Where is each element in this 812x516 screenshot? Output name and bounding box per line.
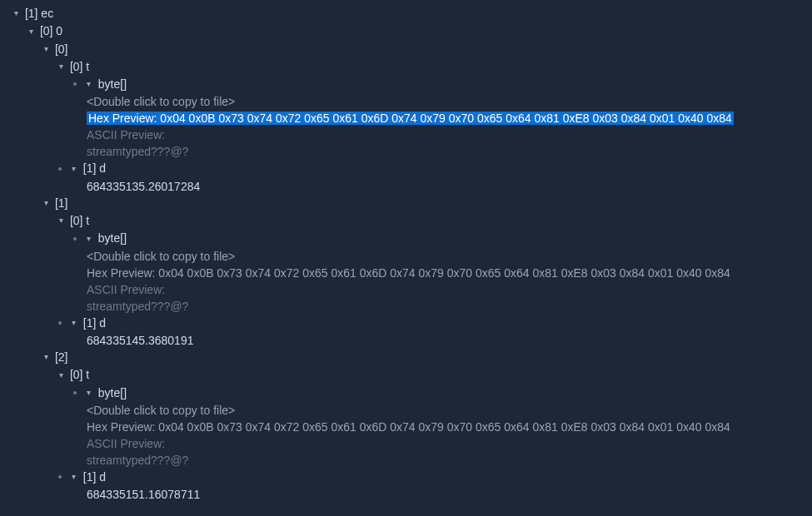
tree-node-copy-hint[interactable]: <Double click to copy to file>: [7, 402, 812, 419]
chevron-down-icon[interactable]: ▾: [85, 76, 93, 92]
chevron-down-icon[interactable]: ▾: [85, 385, 93, 401]
d-value: 684335145.3680191: [87, 334, 193, 347]
node-label: [0] t: [70, 214, 89, 227]
node-label: [0] t: [70, 60, 89, 73]
tree-node-ec[interactable]: ▾ [1] ec: [7, 5, 812, 22]
tree-node-ascii-label: ASCII Preview:: [7, 281, 812, 298]
chevron-down-icon[interactable]: ▾: [70, 161, 78, 177]
chevron-down-icon[interactable]: ▾: [42, 195, 50, 211]
tree-node-index-1[interactable]: ▾ [1]: [7, 195, 812, 212]
tree-node-ascii-label: ASCII Preview:: [7, 127, 812, 143]
tree-node-d[interactable]: ▾ [1] d: [7, 315, 812, 332]
tree-node-hex-preview[interactable]: Hex Preview: 0x04 0x0B 0x73 0x74 0x72 0x…: [7, 419, 812, 435]
tree-node-d-value: 684335151.16078711: [7, 486, 812, 503]
chevron-down-icon[interactable]: ▾: [27, 23, 35, 40]
node-label: byte[]: [98, 77, 127, 91]
tree-node-0[interactable]: ▾ [0] 0: [7, 22, 812, 40]
tree-node-t[interactable]: ▾ [0] t: [7, 366, 812, 384]
hex-value: 0x04 0x0B 0x73 0x74 0x72 0x65 0x61 0x6D …: [160, 112, 732, 125]
tree-node-copy-hint[interactable]: <Double click to copy to file>: [7, 93, 812, 110]
node-label: [2]: [55, 350, 68, 364]
ascii-label: ASCII Preview:: [87, 128, 165, 141]
tree-node-byte[interactable]: ▾ byte[]: [7, 230, 812, 247]
hex-value: 0x04 0x0B 0x73 0x74 0x72 0x65 0x61 0x6D …: [158, 420, 730, 434]
tree-node-index-0[interactable]: ▾ [0]: [7, 41, 812, 58]
node-label: [0] t: [70, 368, 89, 381]
chevron-down-icon[interactable]: ▾: [57, 212, 65, 229]
chevron-down-icon[interactable]: ▾: [57, 367, 65, 384]
chevron-down-icon[interactable]: ▾: [57, 58, 65, 75]
node-label: [1] ec: [25, 7, 53, 20]
ascii-value: streamtyped???@?: [87, 145, 188, 158]
tree-root: ▾ [1] ec ▾ [0] 0 ▾ [0] ▾ [0] t ▾ byte[] …: [0, 0, 812, 503]
ascii-label: ASCII Preview:: [87, 283, 165, 296]
tree-node-copy-hint[interactable]: <Double click to copy to file>: [7, 248, 812, 265]
tree-node-ascii-value: streamtyped???@?: [7, 452, 812, 469]
node-label: [1] d: [83, 316, 106, 330]
tree-node-t[interactable]: ▾ [0] t: [7, 212, 812, 230]
tree-node-ascii-value: streamtyped???@?: [7, 143, 812, 160]
chevron-down-icon[interactable]: ▾: [85, 231, 93, 247]
chevron-down-icon[interactable]: ▾: [70, 469, 78, 485]
hex-prefix: Hex Preview:: [87, 266, 158, 280]
hex-value: 0x04 0x0B 0x73 0x74 0x72 0x65 0x61 0x6D …: [158, 266, 730, 280]
chevron-down-icon[interactable]: ▾: [12, 5, 20, 22]
hex-prefix: Hex Preview:: [88, 112, 160, 125]
tree-node-hex-preview[interactable]: Hex Preview: 0x04 0x0B 0x73 0x74 0x72 0x…: [7, 265, 812, 281]
node-label: byte[]: [98, 231, 127, 245]
tree-node-d-value: 684335145.3680191: [7, 332, 812, 349]
copy-hint-text: <Double click to copy to file>: [87, 95, 235, 108]
node-label: [0] 0: [40, 24, 62, 37]
d-value: 684335151.16078711: [87, 488, 200, 501]
tree-node-d[interactable]: ▾ [1] d: [7, 160, 812, 177]
hex-preview-highlighted: Hex Preview: 0x04 0x0B 0x73 0x74 0x72 0x…: [87, 112, 734, 125]
tree-node-d-value: 684335135.26017284: [7, 178, 812, 195]
chevron-down-icon[interactable]: ▾: [42, 41, 50, 57]
d-value: 684335135.26017284: [87, 180, 200, 193]
tree-node-ascii-value: streamtyped???@?: [7, 298, 812, 315]
tree-node-ascii-label: ASCII Preview:: [7, 435, 812, 452]
tree-node-hex-preview[interactable]: Hex Preview: 0x04 0x0B 0x73 0x74 0x72 0x…: [7, 110, 812, 127]
copy-hint-text: <Double click to copy to file>: [87, 404, 235, 417]
tree-node-index-2[interactable]: ▾ [2]: [7, 349, 812, 366]
node-label: [1] d: [83, 470, 106, 484]
node-label: [1]: [55, 196, 68, 210]
node-label: [0]: [55, 42, 68, 56]
tree-node-byte[interactable]: ▾ byte[]: [7, 76, 812, 93]
hex-prefix: Hex Preview:: [87, 420, 158, 434]
copy-hint-text: <Double click to copy to file>: [87, 250, 235, 263]
ascii-label: ASCII Preview:: [87, 437, 165, 450]
node-label: byte[]: [98, 386, 127, 399]
node-label: [1] d: [83, 161, 106, 175]
tree-node-t[interactable]: ▾ [0] t: [7, 58, 812, 76]
chevron-down-icon[interactable]: ▾: [42, 349, 50, 365]
chevron-down-icon[interactable]: ▾: [70, 315, 78, 331]
ascii-value: streamtyped???@?: [87, 454, 188, 467]
tree-node-byte[interactable]: ▾ byte[]: [7, 385, 812, 402]
ascii-value: streamtyped???@?: [87, 300, 188, 313]
tree-node-d[interactable]: ▾ [1] d: [7, 469, 812, 486]
